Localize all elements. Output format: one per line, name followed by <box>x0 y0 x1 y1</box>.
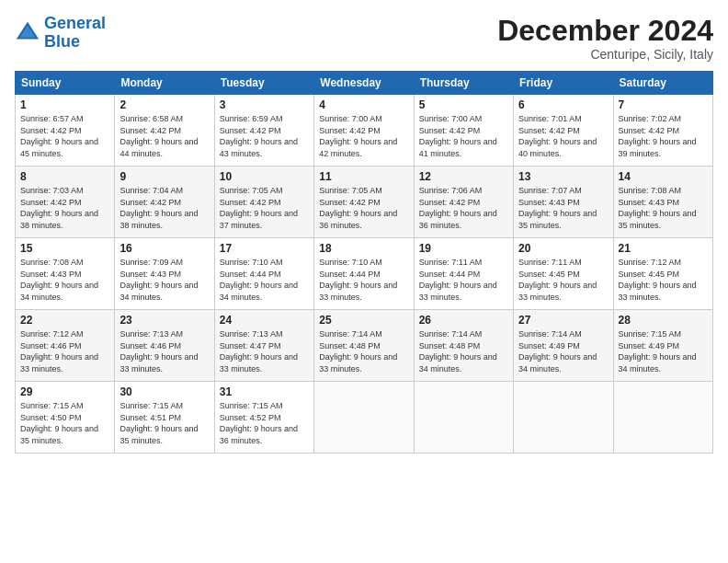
calendar-header-row: SundayMondayTuesdayWednesdayThursdayFrid… <box>16 72 713 95</box>
page-header: General Blue December 2024 Centuripe, Si… <box>15 15 713 62</box>
calendar-day-cell: 12Sunrise: 7:06 AM Sunset: 4:42 PM Dayli… <box>414 167 513 238</box>
calendar-day-cell: 4Sunrise: 7:00 AM Sunset: 4:42 PM Daylig… <box>314 95 414 167</box>
day-info: Sunrise: 7:12 AM Sunset: 4:45 PM Dayligh… <box>619 257 708 303</box>
day-info: Sunrise: 7:14 AM Sunset: 4:48 PM Dayligh… <box>319 328 408 374</box>
col-header-friday: Friday <box>514 72 613 95</box>
main-title: December 2024 <box>497 15 713 47</box>
day-number: 9 <box>119 170 209 183</box>
col-header-thursday: Thursday <box>414 72 513 95</box>
location-subtitle: Centuripe, Sicily, Italy <box>497 47 713 62</box>
day-info: Sunrise: 7:02 AM Sunset: 4:42 PM Dayligh… <box>619 113 708 159</box>
day-number: 31 <box>220 385 309 398</box>
logo: General Blue <box>15 15 106 52</box>
calendar-day-cell: 18Sunrise: 7:10 AM Sunset: 4:44 PM Dayli… <box>314 238 414 310</box>
logo-icon <box>15 20 40 46</box>
day-info: Sunrise: 6:57 AM Sunset: 4:42 PM Dayligh… <box>20 113 109 159</box>
day-number: 1 <box>20 98 109 111</box>
day-number: 6 <box>518 98 608 111</box>
day-info: Sunrise: 6:58 AM Sunset: 4:42 PM Dayligh… <box>119 113 209 159</box>
calendar-week-row: 8Sunrise: 7:03 AM Sunset: 4:42 PM Daylig… <box>16 167 713 238</box>
day-info: Sunrise: 7:09 AM Sunset: 4:43 PM Dayligh… <box>119 257 209 303</box>
day-info: Sunrise: 7:01 AM Sunset: 4:42 PM Dayligh… <box>518 113 608 159</box>
logo-line2: Blue <box>44 32 80 51</box>
day-number: 3 <box>220 98 309 111</box>
calendar-day-cell: 13Sunrise: 7:07 AM Sunset: 4:43 PM Dayli… <box>514 167 613 238</box>
day-number: 11 <box>319 170 408 183</box>
calendar-day-cell: 11Sunrise: 7:05 AM Sunset: 4:42 PM Dayli… <box>314 167 414 238</box>
col-header-wednesday: Wednesday <box>314 72 414 95</box>
calendar-day-cell: 20Sunrise: 7:11 AM Sunset: 4:45 PM Dayli… <box>514 238 613 310</box>
calendar-day-cell: 31Sunrise: 7:15 AM Sunset: 4:52 PM Dayli… <box>214 382 313 454</box>
calendar-day-cell: 10Sunrise: 7:05 AM Sunset: 4:42 PM Dayli… <box>214 167 313 238</box>
day-info: Sunrise: 7:12 AM Sunset: 4:46 PM Dayligh… <box>20 328 109 374</box>
day-info: Sunrise: 7:03 AM Sunset: 4:42 PM Dayligh… <box>20 185 109 231</box>
day-info: Sunrise: 7:10 AM Sunset: 4:44 PM Dayligh… <box>220 257 309 303</box>
calendar-day-cell: 25Sunrise: 7:14 AM Sunset: 4:48 PM Dayli… <box>314 310 414 382</box>
day-info: Sunrise: 7:07 AM Sunset: 4:43 PM Dayligh… <box>518 185 608 231</box>
calendar-day-cell: 26Sunrise: 7:14 AM Sunset: 4:48 PM Dayli… <box>414 310 513 382</box>
calendar-week-row: 1Sunrise: 6:57 AM Sunset: 4:42 PM Daylig… <box>16 95 713 167</box>
day-number: 14 <box>619 170 708 183</box>
calendar-day-cell: 2Sunrise: 6:58 AM Sunset: 4:42 PM Daylig… <box>115 95 214 167</box>
col-header-monday: Monday <box>115 72 214 95</box>
day-number: 17 <box>220 242 309 255</box>
calendar-day-cell: 14Sunrise: 7:08 AM Sunset: 4:43 PM Dayli… <box>613 167 712 238</box>
logo-text: General Blue <box>44 15 106 52</box>
calendar-day-cell: 23Sunrise: 7:13 AM Sunset: 4:46 PM Dayli… <box>115 310 214 382</box>
day-info: Sunrise: 7:06 AM Sunset: 4:42 PM Dayligh… <box>419 185 508 231</box>
day-number: 29 <box>20 385 109 398</box>
day-info: Sunrise: 7:13 AM Sunset: 4:47 PM Dayligh… <box>220 328 309 374</box>
day-number: 16 <box>119 242 209 255</box>
day-info: Sunrise: 7:10 AM Sunset: 4:44 PM Dayligh… <box>319 257 408 303</box>
day-number: 20 <box>518 242 608 255</box>
calendar-week-row: 22Sunrise: 7:12 AM Sunset: 4:46 PM Dayli… <box>16 310 713 382</box>
calendar-day-cell: 15Sunrise: 7:08 AM Sunset: 4:43 PM Dayli… <box>16 238 115 310</box>
day-info: Sunrise: 7:00 AM Sunset: 4:42 PM Dayligh… <box>419 113 508 159</box>
day-number: 19 <box>419 242 508 255</box>
day-number: 5 <box>419 98 508 111</box>
calendar-day-cell: 27Sunrise: 7:14 AM Sunset: 4:49 PM Dayli… <box>514 310 613 382</box>
empty-cell <box>514 382 613 454</box>
day-number: 15 <box>20 242 109 255</box>
calendar-day-cell: 7Sunrise: 7:02 AM Sunset: 4:42 PM Daylig… <box>613 95 712 167</box>
day-info: Sunrise: 7:15 AM Sunset: 4:52 PM Dayligh… <box>220 400 309 446</box>
col-header-sunday: Sunday <box>16 72 115 95</box>
calendar-day-cell: 30Sunrise: 7:15 AM Sunset: 4:51 PM Dayli… <box>115 382 214 454</box>
calendar-day-cell: 24Sunrise: 7:13 AM Sunset: 4:47 PM Dayli… <box>214 310 313 382</box>
col-header-tuesday: Tuesday <box>214 72 313 95</box>
calendar-day-cell: 5Sunrise: 7:00 AM Sunset: 4:42 PM Daylig… <box>414 95 513 167</box>
day-info: Sunrise: 7:15 AM Sunset: 4:49 PM Dayligh… <box>619 328 708 374</box>
day-info: Sunrise: 7:05 AM Sunset: 4:42 PM Dayligh… <box>319 185 408 231</box>
day-number: 13 <box>518 170 608 183</box>
col-header-saturday: Saturday <box>613 72 712 95</box>
page: { "header": { "logo_line1": "General", "… <box>0 0 728 563</box>
day-info: Sunrise: 7:15 AM Sunset: 4:51 PM Dayligh… <box>119 400 209 446</box>
day-number: 4 <box>319 98 408 111</box>
logo-line1: General <box>44 14 106 32</box>
calendar-table: SundayMondayTuesdayWednesdayThursdayFrid… <box>15 71 713 454</box>
day-number: 18 <box>319 242 408 255</box>
day-info: Sunrise: 7:05 AM Sunset: 4:42 PM Dayligh… <box>220 185 309 231</box>
calendar-day-cell: 29Sunrise: 7:15 AM Sunset: 4:50 PM Dayli… <box>16 382 115 454</box>
calendar-day-cell: 1Sunrise: 6:57 AM Sunset: 4:42 PM Daylig… <box>16 95 115 167</box>
day-info: Sunrise: 6:59 AM Sunset: 4:42 PM Dayligh… <box>220 113 309 159</box>
calendar-day-cell: 21Sunrise: 7:12 AM Sunset: 4:45 PM Dayli… <box>613 238 712 310</box>
title-block: December 2024 Centuripe, Sicily, Italy <box>497 15 713 62</box>
calendar-week-row: 15Sunrise: 7:08 AM Sunset: 4:43 PM Dayli… <box>16 238 713 310</box>
day-number: 12 <box>419 170 508 183</box>
day-number: 22 <box>20 314 109 327</box>
day-number: 25 <box>319 314 408 327</box>
day-number: 30 <box>119 385 209 398</box>
empty-cell <box>414 382 513 454</box>
day-number: 27 <box>518 314 608 327</box>
day-number: 2 <box>119 98 209 111</box>
calendar-day-cell: 22Sunrise: 7:12 AM Sunset: 4:46 PM Dayli… <box>16 310 115 382</box>
empty-cell <box>314 382 414 454</box>
day-info: Sunrise: 7:13 AM Sunset: 4:46 PM Dayligh… <box>119 328 209 374</box>
day-info: Sunrise: 7:11 AM Sunset: 4:44 PM Dayligh… <box>419 257 508 303</box>
calendar-day-cell: 19Sunrise: 7:11 AM Sunset: 4:44 PM Dayli… <box>414 238 513 310</box>
day-info: Sunrise: 7:04 AM Sunset: 4:42 PM Dayligh… <box>119 185 209 231</box>
calendar-day-cell: 3Sunrise: 6:59 AM Sunset: 4:42 PM Daylig… <box>214 95 313 167</box>
day-number: 28 <box>619 314 708 327</box>
day-info: Sunrise: 7:00 AM Sunset: 4:42 PM Dayligh… <box>319 113 408 159</box>
